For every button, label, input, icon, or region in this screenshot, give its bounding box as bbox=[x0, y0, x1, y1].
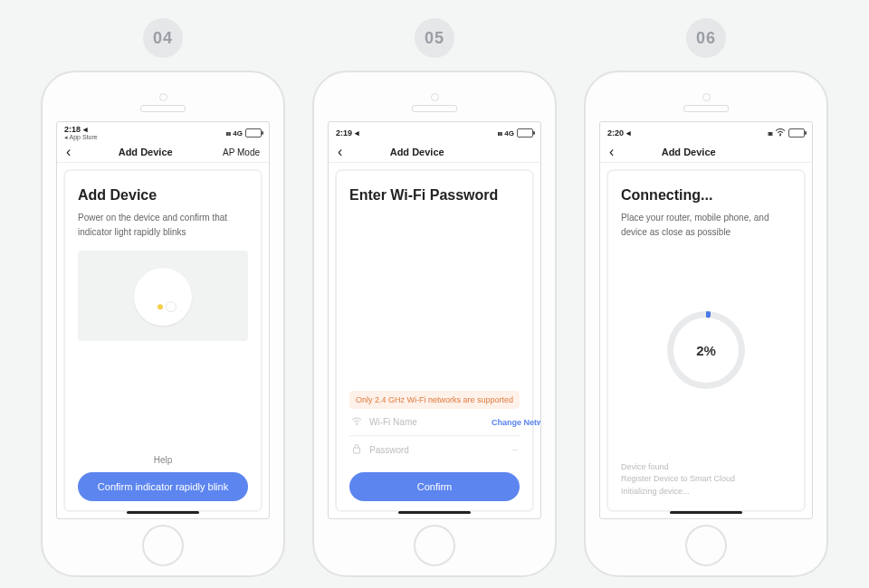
home-indicator[interactable] bbox=[398, 511, 471, 514]
svg-rect-1 bbox=[354, 448, 360, 453]
status-right: ıııı bbox=[768, 128, 805, 138]
nav-bar: ‹ Add Device bbox=[600, 142, 812, 163]
status-line-3: Initializing device... bbox=[621, 486, 791, 498]
nav-bar: ‹ Add Device AP Mode bbox=[57, 142, 269, 163]
ap-mode-link[interactable]: AP Mode bbox=[220, 147, 260, 157]
step-05: 05 2:19 ◂ ıııı 4G ‹ bbox=[312, 18, 557, 577]
lock-icon bbox=[351, 443, 362, 456]
onboarding-steps-row: 04 2:18 ◂ ◂ App Store ıııı 4G bbox=[0, 0, 869, 577]
wifi-band-warning: Only 2.4 GHz Wi-Fi networks are supporte… bbox=[349, 391, 520, 409]
step-badge-04: 04 bbox=[143, 18, 183, 58]
battery-icon bbox=[517, 128, 533, 138]
ios-status-bar: 2:20 ◂ ıııı bbox=[600, 122, 812, 142]
location-arrow-icon: ◂ bbox=[83, 125, 88, 134]
card-heading: Enter Wi-Fi Password bbox=[349, 187, 520, 204]
cell-signal-icon: ıııı bbox=[768, 129, 772, 138]
speaker-slot bbox=[683, 105, 729, 112]
status-line-1: Device found bbox=[621, 461, 791, 474]
progress-area: 2% bbox=[621, 251, 791, 450]
status-time: 2:19 bbox=[336, 128, 352, 138]
step-badge-05: 05 bbox=[415, 18, 454, 58]
ios-status-bar: 2:19 ◂ ıııı 4G bbox=[329, 122, 540, 142]
svg-point-0 bbox=[356, 423, 358, 425]
help-link[interactable]: Help bbox=[78, 455, 248, 465]
cell-signal-icon: ıııı bbox=[225, 129, 230, 138]
home-indicator[interactable] bbox=[127, 511, 199, 514]
confirm-indicator-button[interactable]: Confirm indicator rapidly blink bbox=[78, 472, 248, 501]
status-time: 2:20 bbox=[607, 128, 624, 138]
battery-icon bbox=[788, 128, 805, 138]
device-bulb-icon bbox=[134, 268, 192, 326]
camera-dot bbox=[159, 93, 167, 101]
card-wifi-password: Enter Wi-Fi Password Only 2.4 GHz Wi-Fi … bbox=[336, 170, 533, 511]
indicator-dot-icon bbox=[158, 304, 163, 309]
card-heading: Connecting... bbox=[621, 187, 791, 204]
card-description: Place your router, mobile phone, and dev… bbox=[621, 211, 791, 240]
wifi-icon bbox=[351, 417, 362, 428]
phone-top bbox=[412, 72, 457, 112]
location-arrow-icon: ◂ bbox=[355, 128, 359, 138]
wifi-name-row: Change Network bbox=[349, 409, 520, 436]
wifi-name-input[interactable] bbox=[368, 416, 486, 428]
status-line-2: Register Device to Smart Cloud bbox=[621, 473, 791, 486]
indicator-ring-icon bbox=[166, 301, 177, 312]
status-right: ıııı 4G bbox=[497, 128, 533, 138]
svg-point-2 bbox=[779, 134, 781, 136]
progress-ring-icon: 2% bbox=[667, 311, 745, 389]
progress-percent-label: 2% bbox=[673, 318, 739, 383]
nav-title: Add Device bbox=[614, 147, 763, 157]
card-connecting: Connecting... Place your router, mobile … bbox=[607, 170, 805, 511]
cell-signal-icon: ıııı bbox=[497, 129, 501, 138]
screen-05: 2:19 ◂ ıııı 4G ‹ Add Device Enter Wi-Fi … bbox=[328, 121, 541, 519]
phone-top bbox=[140, 72, 186, 112]
ios-status-bar: 2:18 ◂ ◂ App Store ıııı 4G bbox=[57, 122, 269, 142]
status-right: ıııı 4G bbox=[225, 128, 262, 138]
phone-top bbox=[683, 72, 729, 112]
nav-title: Add Device bbox=[71, 147, 220, 157]
toggle-password-visibility-icon[interactable]: ┄ bbox=[512, 445, 518, 455]
battery-icon bbox=[245, 128, 262, 138]
status-time: 2:18 bbox=[64, 125, 81, 134]
home-button[interactable] bbox=[685, 525, 727, 566]
location-arrow-icon: ◂ bbox=[626, 128, 631, 138]
nav-bar: ‹ Add Device bbox=[329, 142, 540, 163]
confirm-wifi-button[interactable]: Confirm bbox=[349, 472, 520, 501]
network-label: 4G bbox=[504, 129, 514, 138]
step-06: 06 2:20 ◂ ıııı bbox=[584, 18, 828, 577]
device-illustration bbox=[78, 251, 248, 341]
card-heading: Add Device bbox=[78, 187, 248, 204]
card-add-device: Add Device Power on the device and confi… bbox=[64, 170, 262, 511]
wifi-status-icon bbox=[775, 128, 786, 138]
home-button[interactable] bbox=[142, 525, 184, 566]
password-row: ┄ bbox=[349, 436, 520, 463]
speaker-slot bbox=[140, 105, 186, 112]
phone-frame-06: 2:20 ◂ ıııı ‹ Add Device bbox=[584, 71, 828, 577]
card-description: Power on the device and confirm that ind… bbox=[78, 211, 248, 240]
step-badge-06: 06 bbox=[686, 18, 726, 58]
connection-status-list: Device found Register Device to Smart Cl… bbox=[621, 461, 791, 498]
status-left: 2:20 ◂ bbox=[607, 129, 631, 138]
phone-frame-05: 2:19 ◂ ıııı 4G ‹ Add Device Enter Wi-Fi … bbox=[312, 71, 557, 577]
screen-04: 2:18 ◂ ◂ App Store ıııı 4G ‹ Add Device … bbox=[56, 121, 270, 519]
status-left: 2:19 ◂ bbox=[336, 129, 359, 138]
network-label: 4G bbox=[233, 129, 243, 138]
back-to-appstore[interactable]: ◂ App Store bbox=[64, 134, 98, 140]
change-network-link[interactable]: Change Network bbox=[492, 418, 541, 427]
status-left: 2:18 ◂ ◂ App Store bbox=[64, 126, 98, 140]
home-indicator[interactable] bbox=[670, 511, 742, 514]
phone-frame-04: 2:18 ◂ ◂ App Store ıııı 4G ‹ Add Device … bbox=[41, 71, 285, 577]
step-04: 04 2:18 ◂ ◂ App Store ıııı 4G bbox=[41, 18, 285, 577]
password-input[interactable] bbox=[368, 444, 507, 456]
nav-title: Add Device bbox=[342, 147, 492, 157]
home-button[interactable] bbox=[414, 525, 455, 566]
speaker-slot bbox=[412, 105, 457, 112]
camera-dot bbox=[431, 93, 439, 101]
screen-06: 2:20 ◂ ıııı ‹ Add Device bbox=[599, 121, 813, 519]
camera-dot bbox=[702, 93, 711, 101]
